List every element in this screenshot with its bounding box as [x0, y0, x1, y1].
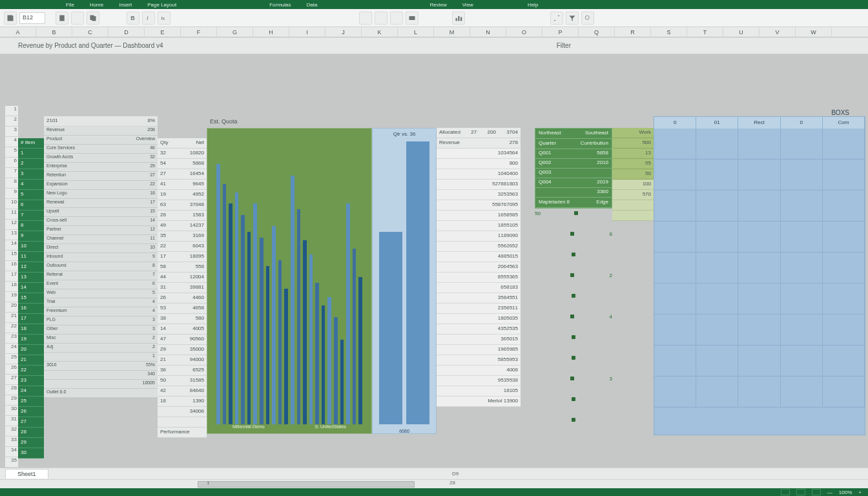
row-header[interactable]: 3 [5, 127, 18, 137]
grid-cell[interactable] [738, 284, 780, 314]
grid-cell[interactable] [781, 315, 823, 345]
table-row[interactable]: 545868 [158, 159, 207, 169]
grid-cell[interactable] [654, 191, 696, 221]
table-row[interactable]: 144005 [158, 324, 207, 335]
table-row[interactable]: 5562652 [437, 242, 521, 252]
col-T[interactable]: T [687, 27, 723, 37]
table-row[interactable]: 181390 [158, 397, 207, 407]
grid-cell[interactable] [696, 222, 738, 252]
table-row[interactable]: 1965985 [437, 345, 521, 355]
row-header[interactable]: 7 [5, 168, 18, 178]
table-row[interactable]: 226043 [158, 242, 207, 252]
col-I[interactable]: I [289, 27, 326, 37]
grid-row[interactable] [654, 160, 865, 191]
table-row[interactable]: 1 [44, 353, 158, 362]
table-row[interactable]: Performance [158, 428, 207, 438]
row-header[interactable]: 11 [5, 209, 18, 220]
paste-icon[interactable] [56, 12, 68, 25]
col-W[interactable]: W [796, 27, 832, 37]
col-K[interactable]: K [362, 27, 398, 37]
table-row[interactable]: Adj2 [44, 344, 158, 353]
table-row[interactable]: Freemium4 [44, 307, 158, 316]
menu-view[interactable]: View [455, 2, 481, 8]
table-row[interactable]: 2716454 [158, 169, 207, 180]
row-header[interactable]: 32 [5, 426, 18, 437]
row-header[interactable]: 2 [5, 116, 18, 127]
table-row[interactable]: 4008 [437, 366, 521, 376]
sort-icon[interactable] [550, 12, 563, 25]
table-row[interactable]: 4914237 [158, 221, 207, 231]
grid-cell[interactable] [781, 377, 823, 407]
row-header[interactable]: 19 [5, 292, 18, 302]
table-row[interactable]: PLG3 [44, 316, 158, 326]
grid-cell[interactable] [654, 160, 696, 190]
table-row[interactable]: 1718095 [158, 252, 207, 262]
table-row[interactable]: Inbound9 [44, 253, 158, 262]
sheet-tab[interactable]: Sheet1 [5, 469, 48, 479]
italic-icon[interactable]: I [142, 12, 155, 25]
col-M[interactable]: M [434, 27, 470, 37]
table-row[interactable]: Growth Accts32 [44, 154, 158, 163]
table-row[interactable]: Cross-sell14 [44, 217, 158, 226]
table-row[interactable]: 4412004 [158, 273, 207, 283]
col-V[interactable]: V [760, 27, 796, 37]
view-layout-icon[interactable] [796, 489, 805, 495]
table-row[interactable]: 4885015 [437, 252, 521, 262]
table-row[interactable]: Retention27 [44, 172, 158, 181]
table-row[interactable]: 1658585 [437, 211, 521, 221]
align-right-icon[interactable] [390, 12, 403, 25]
row-header[interactable]: 18 [5, 282, 18, 292]
formula-bar[interactable]: Revenue by Product and Quarter — Dashboa… [0, 37, 868, 54]
grid-cell[interactable] [781, 346, 823, 376]
table-row[interactable]: 4790560 [158, 335, 207, 345]
table-row[interactable]: 5855953 [437, 355, 521, 366]
row-header[interactable]: 23 [5, 333, 18, 344]
table-row[interactable]: 366525 [158, 366, 207, 376]
table-row[interactable]: 1034564 [437, 149, 521, 159]
row-header[interactable]: 9 [5, 189, 18, 199]
col-O[interactable]: O [506, 27, 542, 37]
grid-cell[interactable] [696, 160, 738, 190]
table-row[interactable]: Enterprise29 [44, 163, 158, 172]
filter-icon[interactable] [566, 12, 579, 25]
grid-cell[interactable] [696, 284, 738, 314]
menu-data[interactable]: Data [299, 2, 326, 8]
grid-cell[interactable] [738, 222, 780, 252]
table-row[interactable]: 558767095 [437, 200, 521, 211]
col-A[interactable]: A [0, 27, 36, 37]
row-header[interactable]: 31 [5, 416, 18, 426]
row-header[interactable]: 6 [5, 158, 18, 168]
row-header[interactable]: 35 [5, 457, 18, 468]
col-C[interactable]: C [72, 27, 108, 37]
table-row[interactable]: Renewal17 [44, 199, 158, 208]
table-row[interactable]: Web5 [44, 289, 158, 298]
menu-help[interactable]: Help [520, 2, 546, 8]
grid-row[interactable] [654, 284, 865, 315]
row-header[interactable]: 26 [5, 364, 18, 375]
col-P[interactable]: P [542, 27, 579, 37]
worksheet[interactable]: 1234567891011121314151617181920212223242… [0, 54, 868, 471]
row-header[interactable]: 5 [5, 147, 18, 158]
table-row[interactable]: 2935000 [158, 345, 207, 355]
grid-cell[interactable] [654, 129, 696, 159]
row-header[interactable]: 33 [5, 437, 18, 447]
table-row[interactable]: Outbound8 [44, 262, 158, 271]
merge-icon[interactable] [406, 12, 418, 25]
grid-cell[interactable] [823, 377, 865, 407]
table-row[interactable]: 365015 [437, 335, 521, 345]
grid-cell[interactable] [738, 129, 780, 159]
grid-cell[interactable] [823, 160, 865, 190]
table-row[interactable]: 58558 [158, 262, 207, 273]
table-row[interactable]: Channel11 [44, 235, 158, 244]
table-row[interactable]: 353169 [158, 231, 207, 242]
grid-cell[interactable] [696, 377, 738, 407]
menu-file[interactable]: File [58, 2, 82, 8]
table-row[interactable]: 2194000 [158, 355, 207, 366]
table-row[interactable]: 1040400 [437, 169, 521, 180]
grid-row[interactable] [654, 222, 865, 253]
menu-insert[interactable]: Insert [111, 2, 140, 8]
row-header[interactable]: 17 [5, 271, 18, 282]
grid-cell[interactable] [823, 253, 865, 283]
table-row[interactable]: 800 [437, 159, 521, 169]
table-row[interactable]: 534658 [158, 304, 207, 314]
